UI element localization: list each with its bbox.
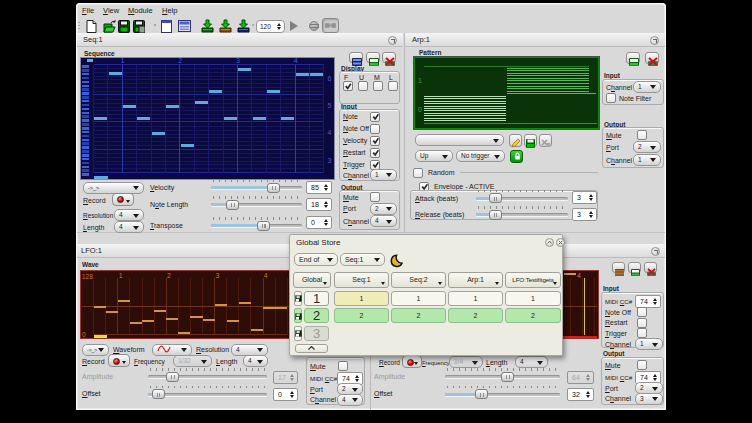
svg-text:5: 5 (328, 102, 332, 109)
svg-text:2: 2 (167, 272, 171, 279)
svg-text:3: 3 (328, 157, 332, 164)
svg-text:4: 4 (577, 272, 581, 279)
svg-text:3: 3 (215, 272, 219, 279)
svg-text:2: 2 (178, 57, 182, 64)
svg-text:0: 0 (418, 106, 422, 113)
svg-text:128: 128 (82, 273, 93, 280)
svg-text:3: 3 (236, 57, 240, 64)
svg-text:0: 0 (82, 331, 86, 338)
svg-text:1: 1 (418, 77, 422, 84)
svg-text:4: 4 (328, 129, 332, 136)
svg-text:6: 6 (328, 75, 332, 82)
svg-text:1: 1 (121, 57, 125, 64)
svg-text:4: 4 (264, 272, 268, 279)
svg-text:4: 4 (294, 57, 298, 64)
svg-text:1: 1 (119, 272, 123, 279)
